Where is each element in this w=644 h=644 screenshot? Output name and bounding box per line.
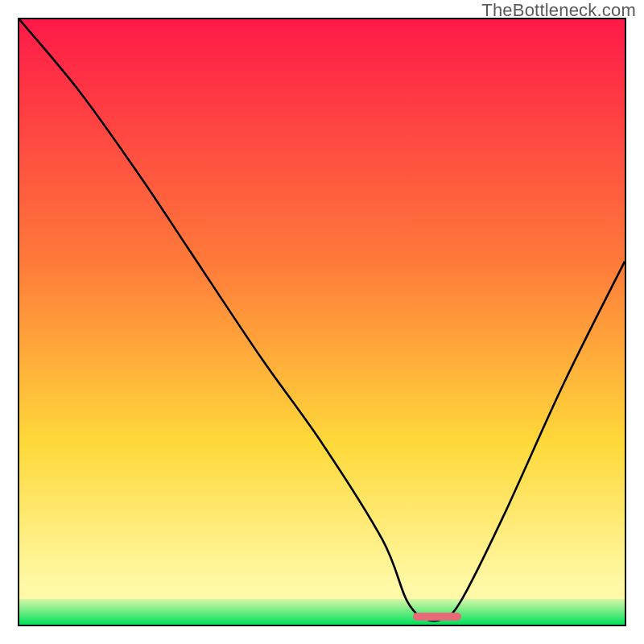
your-config-marker [413, 613, 461, 621]
bottleneck-plot [18, 18, 626, 626]
curve-path [19, 19, 625, 621]
bottleneck-curve [19, 19, 625, 625]
